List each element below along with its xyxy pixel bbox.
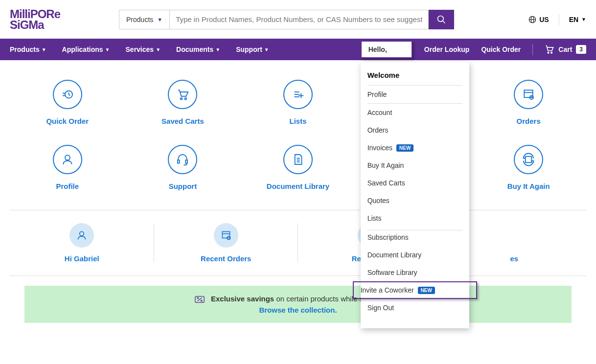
globe-icon	[528, 16, 536, 23]
cart-icon	[545, 45, 554, 54]
svg-point-0	[438, 16, 444, 22]
tile-label: Lists	[289, 117, 306, 125]
bottom-row: Hi Gabriel Recent Orders $ Recent Qu es	[0, 210, 596, 275]
dropdown-quotes[interactable]: Quotes	[367, 192, 462, 209]
new-badge: NEW	[418, 287, 435, 294]
bottom-tile-user[interactable]: Hi Gabriel	[10, 223, 154, 263]
svg-point-18	[65, 155, 70, 160]
svg-point-8	[181, 98, 183, 100]
bottom-label: es	[510, 254, 518, 263]
new-badge: NEW	[396, 144, 413, 152]
chevron-down-icon: ▼	[264, 47, 269, 52]
dropdown-invoices[interactable]: InvoicesNEW	[367, 139, 462, 157]
cart-label: Cart	[558, 46, 572, 53]
svg-rect-20	[186, 160, 188, 163]
document-icon	[283, 145, 313, 174]
tile-orders[interactable]: Orders	[487, 80, 570, 125]
search-category-label: Products	[126, 16, 153, 23]
buy-again-icon	[514, 145, 543, 174]
chevron-down-icon: ▼	[42, 47, 46, 52]
svg-rect-26	[222, 232, 229, 238]
main-content: Quick Order Saved Carts Lists Orders Pro…	[0, 60, 596, 190]
dropdown-sign-out[interactable]: Sign Out	[367, 299, 462, 317]
logo-bot: SiGMa	[10, 20, 60, 30]
language-selector[interactable]: EN ▼	[569, 16, 586, 23]
tile-profile[interactable]: Profile	[26, 145, 109, 190]
dropdown-account[interactable]: Account	[367, 104, 462, 121]
country-label: US	[539, 16, 549, 23]
chevron-down-icon: ▼	[581, 17, 586, 22]
cart-icon	[168, 80, 197, 109]
search-input[interactable]	[169, 10, 429, 29]
search-category-dropdown[interactable]: Products ▼	[119, 10, 169, 29]
nav-support[interactable]: Support▼	[236, 46, 269, 53]
divider	[10, 275, 586, 276]
dropdown-welcome: Welcome	[367, 71, 462, 86]
svg-point-6	[551, 52, 552, 54]
dropdown-doc-library[interactable]: Document Library	[367, 246, 462, 264]
tile-buy-again[interactable]: Buy It Again	[487, 145, 570, 190]
nav-order-lookup[interactable]: Order Lookup	[424, 46, 470, 53]
language-label: EN	[569, 16, 578, 23]
dropdown-saved-carts[interactable]: Saved Carts	[367, 174, 462, 192]
divider	[532, 44, 533, 55]
chevron-down-icon: ▼	[215, 47, 220, 52]
tile-label: Support	[169, 182, 197, 190]
account-dropdown: Welcome Profile Account Orders InvoicesN…	[361, 62, 469, 328]
svg-rect-19	[178, 160, 180, 163]
dropdown-software-library[interactable]: Software Library	[367, 264, 462, 281]
tile-lists[interactable]: Lists	[256, 80, 340, 125]
search-bar: Products ▼	[119, 10, 454, 29]
nav-left: Products▼ Applications▼ Services▼ Docume…	[10, 46, 269, 53]
dropdown-invite-coworker[interactable]: Invite a Coworker NEW	[353, 281, 477, 299]
tile-row-2: Profile Support Document Library Buy It …	[10, 145, 586, 190]
bottom-tile-recent-orders[interactable]: Recent Orders	[154, 223, 298, 263]
dropdown-orders[interactable]: Orders	[367, 121, 462, 139]
svg-point-31	[197, 297, 199, 299]
account-menu-trigger[interactable]: Hello,	[361, 41, 413, 58]
svg-point-9	[185, 98, 187, 100]
tile-quick-order[interactable]: Quick Order	[26, 80, 109, 125]
user-icon	[69, 223, 94, 248]
chevron-down-icon: ▼	[156, 47, 160, 52]
nav-quick-order[interactable]: Quick Order	[481, 46, 521, 53]
tile-label: Document Library	[267, 182, 329, 190]
locale-selector: US EN ▼	[528, 14, 586, 25]
search-button[interactable]	[429, 10, 454, 29]
svg-point-25	[80, 232, 84, 236]
nav-products[interactable]: Products▼	[10, 46, 46, 53]
nav-right: Hello, Welcome Profile Account Orders In…	[361, 41, 586, 58]
nav-applications[interactable]: Applications▼	[62, 46, 110, 53]
main-navbar: Products▼ Applications▼ Services▼ Docume…	[0, 39, 596, 60]
cart-button[interactable]: Cart 3	[545, 45, 586, 54]
nav-services[interactable]: Services▼	[126, 46, 161, 53]
chevron-down-icon: ▼	[105, 47, 110, 52]
tile-label: Orders	[517, 117, 541, 125]
tile-support[interactable]: Support	[141, 145, 224, 190]
list-icon	[283, 80, 313, 109]
svg-line-33	[197, 298, 202, 301]
logo[interactable]: MilliPORe SiGMa	[10, 9, 60, 30]
tile-doc-library[interactable]: Document Library	[256, 145, 340, 190]
dropdown-lists[interactable]: Lists	[367, 209, 462, 227]
chevron-down-icon: ▼	[157, 17, 162, 23]
orders-icon	[514, 80, 543, 109]
cart-count-badge: 3	[576, 45, 586, 54]
bottom-label: Recent Orders	[201, 254, 251, 263]
bottom-label: Hi Gabriel	[65, 254, 99, 263]
nav-documents[interactable]: Documents▼	[176, 46, 220, 53]
tile-label: Quick Order	[46, 117, 89, 125]
profile-icon	[53, 145, 82, 174]
banner-link[interactable]: Browse the collection.	[33, 306, 563, 314]
tile-label: Saved Carts	[161, 117, 204, 125]
recent-orders-icon	[214, 223, 238, 248]
dropdown-profile[interactable]: Profile	[367, 86, 462, 104]
country-selector[interactable]: US	[528, 16, 549, 23]
tile-saved-carts[interactable]: Saved Carts	[141, 80, 224, 125]
dropdown-subscriptions[interactable]: Subscriptions	[367, 230, 462, 246]
header: MilliPORe SiGMa Products ▼ US EN ▼	[0, 0, 596, 39]
banner-bold: Exclusive savings	[211, 295, 274, 303]
divider	[559, 14, 559, 25]
dropdown-buy-again[interactable]: Buy It Again	[367, 157, 462, 174]
percent-icon	[194, 295, 205, 304]
